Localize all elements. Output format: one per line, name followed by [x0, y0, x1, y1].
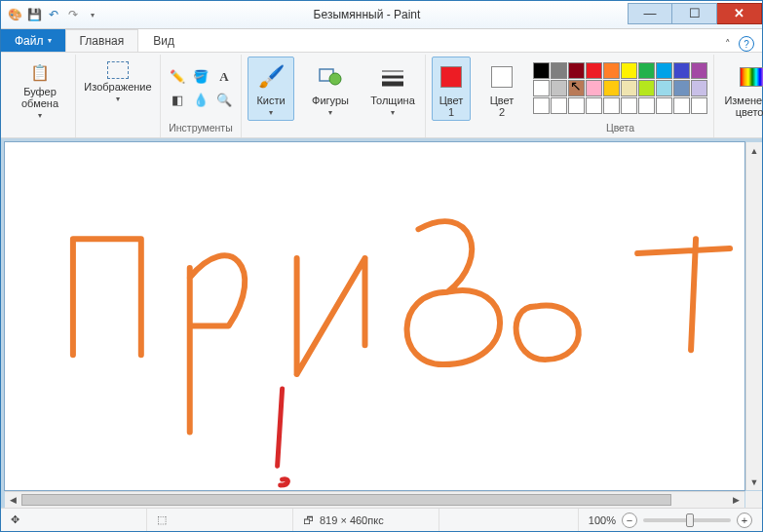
palette-swatch[interactable] [638, 62, 655, 79]
eraser-tool[interactable]: ◧ [167, 90, 188, 111]
zoom-slider[interactable] [643, 518, 731, 522]
maximize-button[interactable]: ☐ [672, 3, 717, 24]
palette-swatch[interactable] [603, 62, 620, 79]
color1-button[interactable]: Цвет 1 [432, 57, 471, 121]
help-icon[interactable]: ? [739, 36, 754, 52]
scroll-up-icon[interactable]: ▲ [746, 142, 762, 159]
chevron-down-icon: ▾ [116, 95, 120, 103]
file-tab-label: Файл [15, 34, 44, 48]
minimize-button[interactable]: — [628, 3, 672, 24]
vertical-scrollbar[interactable]: ▲ ▼ [745, 142, 762, 490]
colors-group-label: Цвета [606, 120, 634, 135]
palette-swatch[interactable] [551, 80, 567, 96]
palette-swatch[interactable] [568, 97, 585, 114]
fill-tool[interactable]: 🪣 [190, 66, 211, 88]
spectrum-icon [740, 61, 763, 93]
palette-swatch[interactable] [638, 97, 655, 114]
color2-group: Цвет 2 [477, 55, 527, 137]
color1-swatch [440, 61, 462, 93]
brush-icon: 🖌️ [258, 61, 285, 93]
zoom-level: 100% [589, 514, 616, 526]
quick-access-toolbar: 🎨 💾 ↶ ↷ ▾ [1, 7, 106, 22]
chevron-down-icon: ▾ [38, 111, 42, 120]
palette-swatch[interactable] [568, 80, 585, 96]
edit-colors-button[interactable]: Изменение цветов [720, 57, 763, 121]
palette-swatch[interactable] [533, 97, 550, 114]
zoom-controls: 100% − + [579, 513, 762, 528]
selection-icon: ⬚ [157, 513, 167, 526]
color2-swatch [491, 61, 513, 93]
cursor-position-icon: ✥ [11, 513, 19, 526]
color1-group: Цвет 1 [426, 55, 477, 137]
clipboard-button[interactable]: 📋 Буфер обмена ▾ [11, 57, 69, 121]
palette-swatch[interactable] [568, 62, 585, 79]
palette-swatch[interactable] [691, 80, 707, 96]
tools-group: ✏️ 🪣 A ◧ 💧 🔍 Инструменты [161, 55, 242, 137]
palette-swatch[interactable] [586, 80, 602, 96]
palette-swatch[interactable] [621, 97, 637, 114]
palette-group: Цвета ↖ [527, 55, 714, 137]
chevron-down-icon: ▾ [269, 108, 273, 117]
palette-swatch[interactable] [673, 80, 690, 96]
scroll-thumb[interactable] [21, 494, 671, 506]
palette-swatch[interactable] [638, 80, 655, 96]
brushes-group: 🖌️ Кисти ▾ [242, 55, 300, 137]
chevron-down-icon: ▾ [328, 108, 332, 117]
zoom-out-button[interactable]: − [622, 513, 637, 528]
scroll-right-icon[interactable]: ▶ [728, 492, 744, 508]
palette-swatch[interactable] [586, 62, 602, 79]
picker-tool[interactable]: 💧 [190, 90, 211, 111]
palette-swatch[interactable] [603, 97, 620, 114]
scroll-down-icon[interactable]: ▼ [746, 474, 762, 490]
close-button[interactable]: ✕ [717, 3, 762, 24]
zoom-in-button[interactable]: + [737, 513, 752, 528]
brushes-button[interactable]: 🖌️ Кисти ▾ [248, 57, 294, 121]
home-tab[interactable]: Главная [65, 29, 139, 52]
pencil-tool[interactable]: ✏️ [167, 66, 188, 88]
image-button[interactable]: Изображение ▾ [82, 57, 154, 121]
palette-swatch[interactable] [673, 97, 690, 114]
palette-swatch[interactable] [691, 97, 707, 114]
palette-swatch[interactable] [621, 80, 637, 96]
palette-swatch[interactable] [551, 62, 567, 79]
thickness-group: Толщина ▾ [361, 55, 426, 137]
zoom-tool[interactable]: 🔍 [213, 90, 235, 111]
palette-row-2 [533, 80, 707, 96]
palette-swatch[interactable] [656, 97, 672, 114]
redo-icon[interactable]: ↷ [65, 7, 81, 22]
scroll-left-icon[interactable]: ◀ [5, 492, 21, 508]
color2-label: Цвет 2 [490, 95, 515, 118]
palette-swatch[interactable] [621, 62, 637, 79]
palette-swatch[interactable] [586, 97, 602, 114]
palette-swatch[interactable] [533, 62, 550, 79]
color2-button[interactable]: Цвет 2 [482, 57, 521, 121]
collapse-ribbon-icon[interactable]: ˄ [725, 38, 731, 51]
tools-label: Инструменты [169, 120, 232, 135]
status-spacer [439, 509, 579, 531]
titlebar: 🎨 💾 ↶ ↷ ▾ Безымянный - Paint — ☐ ✕ [1, 1, 762, 29]
clipboard-group: 📋 Буфер обмена ▾ [5, 55, 76, 137]
palette-swatch[interactable] [551, 97, 567, 114]
canvas[interactable] [5, 142, 744, 490]
palette-swatch[interactable] [656, 80, 672, 96]
palette-swatch[interactable] [656, 62, 672, 79]
palette-row-3 [533, 97, 707, 114]
zoom-slider-knob[interactable] [686, 513, 694, 527]
file-tab[interactable]: Файл [1, 29, 65, 52]
shapes-button[interactable]: Фигуры ▾ [306, 57, 355, 121]
horizontal-scrollbar[interactable]: ◀ ▶ [5, 491, 744, 508]
view-tab[interactable]: Вид [138, 29, 189, 52]
editcolors-group: Изменение цветов [714, 55, 763, 137]
palette-swatch[interactable] [603, 80, 620, 96]
drawing-strokes [5, 142, 744, 490]
palette-swatch[interactable] [673, 62, 690, 79]
edit-colors-label: Изменение цветов [724, 95, 763, 118]
thickness-button[interactable]: Толщина ▾ [366, 57, 419, 121]
save-icon[interactable]: 💾 [26, 7, 42, 22]
palette-swatch[interactable] [533, 80, 550, 96]
qat-dropdown-icon[interactable]: ▾ [85, 7, 100, 22]
text-tool[interactable]: A [213, 66, 235, 88]
palette-swatch[interactable] [691, 62, 707, 79]
image-label: Изображение [84, 81, 151, 93]
undo-icon[interactable]: ↶ [46, 7, 61, 22]
